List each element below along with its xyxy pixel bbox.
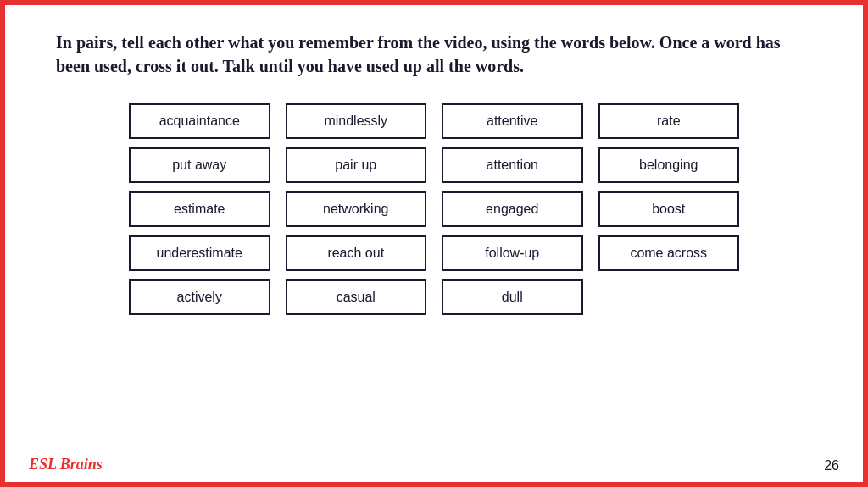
word-box: belonging	[598, 147, 740, 183]
word-box: acquaintance	[129, 103, 270, 139]
word-box: mindlessly	[286, 103, 427, 139]
word-box: reach out	[286, 235, 427, 271]
main-content: In pairs, tell each other what you remem…	[5, 0, 863, 332]
word-box: dull	[442, 279, 583, 315]
word-box: put away	[129, 147, 270, 183]
word-box: casual	[286, 279, 427, 315]
word-box: actively	[129, 279, 270, 315]
word-box: networking	[286, 191, 427, 227]
word-box: estimate	[129, 191, 270, 227]
word-box: come across	[598, 235, 740, 271]
bottom-border	[5, 482, 863, 487]
word-box: rate	[598, 103, 740, 139]
instruction-text: In pairs, tell each other what you remem…	[56, 30, 812, 78]
word-box	[598, 279, 740, 315]
word-box: follow-up	[442, 235, 583, 271]
top-border	[5, 0, 863, 5]
branding: ESL Brains	[29, 456, 103, 473]
slide: In pairs, tell each other what you remem…	[0, 0, 868, 487]
word-box: boost	[598, 191, 740, 227]
brand-text: ESL Brains	[29, 456, 103, 473]
word-box: attention	[442, 147, 583, 183]
word-box: attentive	[442, 103, 583, 139]
page-number: 26	[824, 458, 839, 473]
words-grid: acquaintancemindlesslyattentiverateput a…	[129, 103, 739, 315]
word-box: underestimate	[129, 235, 270, 271]
word-box: pair up	[286, 147, 427, 183]
word-box: engaged	[442, 191, 583, 227]
